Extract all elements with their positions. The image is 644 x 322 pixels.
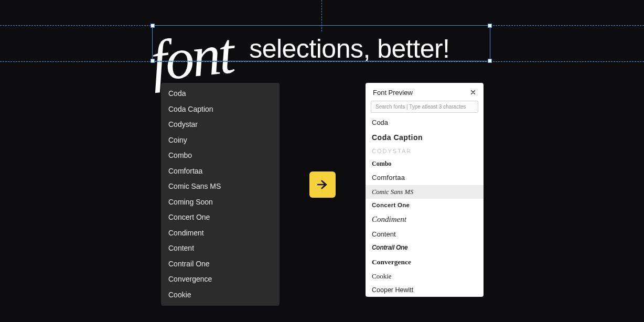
- list-item[interactable]: Content: [161, 241, 280, 256]
- list-item[interactable]: Coda: [161, 86, 280, 102]
- search-input[interactable]: [371, 101, 478, 113]
- list-item[interactable]: Coda Caption: [161, 102, 280, 117]
- preview-item[interactable]: Condiment: [366, 212, 484, 228]
- list-item[interactable]: Condiment: [161, 226, 280, 241]
- close-icon[interactable]: [469, 88, 477, 96]
- default-font-dropdown[interactable]: Coda Coda Caption Codystar Coiny Combo C…: [161, 83, 280, 306]
- resize-handle-bottom-left[interactable]: [151, 59, 155, 63]
- preview-item[interactable]: Coda Caption: [366, 130, 484, 145]
- list-item[interactable]: Cookie: [161, 287, 280, 303]
- preview-item[interactable]: Cookie: [366, 270, 484, 284]
- list-item[interactable]: Contrail One: [161, 256, 280, 272]
- preview-item[interactable]: CODYSTAR: [366, 145, 484, 157]
- list-item[interactable]: Coiny: [161, 133, 280, 148]
- list-item[interactable]: Combo: [161, 148, 280, 164]
- font-preview-list: Coda Coda Caption CODYSTAR Combo Comfort…: [366, 116, 484, 297]
- preview-item[interactable]: Coda: [366, 116, 484, 130]
- list-item[interactable]: Concert One: [161, 210, 280, 226]
- preview-item[interactable]: Combo: [366, 157, 484, 171]
- list-item[interactable]: Convergence: [161, 272, 280, 287]
- preview-item-highlighted[interactable]: Comic Sans MS: [366, 185, 484, 199]
- resize-handle-top-left[interactable]: [151, 24, 155, 28]
- list-item[interactable]: Comic Sans MS: [161, 179, 280, 195]
- resize-handle-top-right[interactable]: [488, 24, 492, 28]
- heading-text[interactable]: font selections, better!: [152, 21, 490, 62]
- font-preview-panel: Font Preview Coda Coda Caption CODYSTAR …: [366, 83, 484, 297]
- preview-item[interactable]: Content: [366, 228, 484, 242]
- preview-item[interactable]: Concert One: [366, 199, 484, 212]
- list-item[interactable]: Coming Soon: [161, 195, 280, 210]
- font-preview-title: Font Preview: [373, 89, 413, 96]
- heading-script-word: font: [149, 36, 234, 79]
- list-item[interactable]: Comfortaa: [161, 164, 280, 179]
- heading-plain-text: selections, better!: [249, 34, 449, 64]
- arrow-icon: [309, 171, 336, 198]
- preview-item[interactable]: Convergence: [366, 255, 484, 270]
- font-preview-header: Font Preview: [366, 83, 484, 101]
- resize-handle-bottom-right[interactable]: [488, 59, 492, 63]
- preview-item[interactable]: Comfortaa: [366, 171, 484, 185]
- list-item[interactable]: Codystar: [161, 117, 280, 133]
- preview-item[interactable]: Contrail One: [366, 241, 484, 255]
- preview-item[interactable]: Cooper Hewitt: [366, 283, 484, 297]
- font-search: [371, 101, 478, 113]
